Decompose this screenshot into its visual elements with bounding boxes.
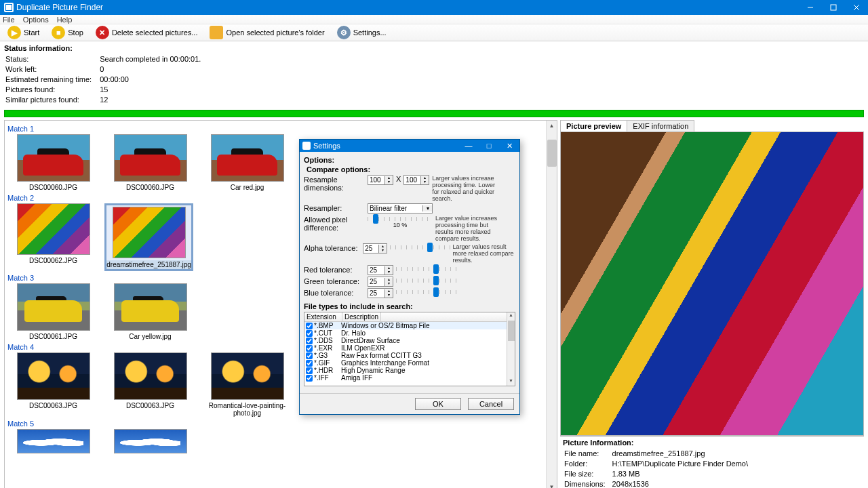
- dialog-icon: [302, 142, 311, 150]
- match-header: Match 1: [7, 125, 543, 133]
- start-button[interactable]: ▶Start: [3, 25, 44, 40]
- dialog-maximize-button[interactable]: □: [479, 142, 499, 150]
- picture-information: Picture Information: File name:dreamstim…: [560, 436, 864, 488]
- maximize-button[interactable]: [822, 0, 845, 15]
- file-type-checkbox[interactable]: [306, 375, 313, 382]
- close-button[interactable]: [845, 0, 868, 15]
- app-icon: [4, 3, 14, 12]
- settings-button[interactable]: ⚙Settings...: [332, 25, 391, 40]
- resample-width-input[interactable]: 100▴▾: [368, 175, 393, 185]
- alpha-slider[interactable]: [390, 245, 450, 249]
- svg-rect-1: [831, 5, 836, 10]
- thumbnail[interactable]: DSC00060.JPG: [104, 134, 196, 191]
- resampler-select[interactable]: Bilinear filter▾: [368, 203, 433, 214]
- file-type-checkbox[interactable]: [306, 330, 313, 337]
- file-type-row[interactable]: *.DDSDirectDraw Surface: [304, 337, 515, 344]
- red-slider[interactable]: [396, 267, 461, 271]
- progress-bar: [4, 110, 864, 117]
- thumbnail[interactable]: Romantical-love-painting-photo.jpg: [201, 352, 293, 417]
- thumbnail[interactable]: DSC00061.JPG: [7, 283, 99, 340]
- gear-icon: ⚙: [337, 26, 351, 39]
- status-header: Status information:: [4, 44, 864, 52]
- preview-image: [560, 132, 864, 436]
- folder-icon: [210, 26, 223, 39]
- tab-exif[interactable]: EXIF information: [627, 120, 694, 131]
- thumbnail[interactable]: DSC00063.JPG: [104, 352, 196, 417]
- chevron-down-icon: ▾: [422, 205, 432, 211]
- thumbnail[interactable]: DSC00060.JPG: [7, 134, 99, 191]
- ok-button[interactable]: OK: [415, 398, 461, 410]
- thumbnail[interactable]: [104, 429, 196, 453]
- file-type-checkbox[interactable]: [306, 338, 313, 344]
- blue-input[interactable]: 25▴▾: [368, 288, 393, 298]
- file-type-checkbox[interactable]: [306, 360, 313, 367]
- stop-button[interactable]: ■Stop: [47, 25, 88, 40]
- play-icon: ▶: [7, 26, 21, 39]
- thumbnail[interactable]: [7, 429, 99, 453]
- red-input[interactable]: 25▴▾: [368, 265, 393, 275]
- preview-panel: Picture preview EXIF information Picture…: [560, 120, 864, 488]
- file-type-checkbox[interactable]: [306, 367, 313, 374]
- scroll-thumb[interactable]: [547, 140, 557, 167]
- menu-options[interactable]: Options: [23, 16, 49, 24]
- file-type-row[interactable]: *.BMPWindows or OS/2 Bitmap File: [304, 322, 515, 329]
- thumbnail[interactable]: DSC00063.JPG: [7, 352, 99, 417]
- alpha-input[interactable]: 25▴▾: [363, 243, 387, 253]
- menu-file[interactable]: File: [3, 16, 15, 24]
- file-types-list[interactable]: ExtensionDescription *.BMPWindows or OS/…: [304, 312, 515, 386]
- dialog-minimize-button[interactable]: —: [458, 142, 479, 150]
- file-type-row[interactable]: *.CUTDr. Halo: [304, 329, 515, 337]
- file-type-checkbox[interactable]: [306, 323, 313, 329]
- thumbnail-selected[interactable]: dreamstimefree_251887.jpg: [104, 203, 193, 271]
- delete-icon: ✕: [96, 26, 109, 39]
- menu-help[interactable]: Help: [57, 16, 73, 24]
- title-bar: Duplicate Picture Finder: [0, 0, 868, 15]
- resample-height-input[interactable]: 100▴▾: [403, 175, 429, 185]
- blue-slider[interactable]: [396, 290, 461, 294]
- file-type-checkbox[interactable]: [306, 345, 313, 352]
- file-type-checkbox[interactable]: [306, 352, 313, 359]
- settings-dialog: Settings — □ ✕ Options: Compare options:…: [299, 139, 520, 415]
- file-type-row[interactable]: *.GIFGraphics Interchange Format: [304, 359, 515, 367]
- scroll-up-icon[interactable]: ▲: [547, 121, 557, 130]
- dialog-close-button[interactable]: ✕: [499, 142, 519, 150]
- scrollbar[interactable]: ▲ ▼: [546, 121, 557, 488]
- open-folder-button[interactable]: Open selected picture's folder: [205, 25, 329, 40]
- thumbnail[interactable]: Car yellow.jpg: [104, 283, 196, 340]
- thumbnail[interactable]: DSC00062.JPG: [7, 203, 99, 271]
- file-type-row[interactable]: *.HDRHigh Dynamic Range: [304, 367, 515, 374]
- file-type-row[interactable]: *.G3Raw Fax format CCITT G3: [304, 352, 515, 359]
- stop-icon: ■: [52, 26, 65, 39]
- cancel-button[interactable]: Cancel: [468, 398, 514, 410]
- status-info: Status information: Status:Search comple…: [0, 41, 868, 108]
- scroll-down-icon[interactable]: ▼: [547, 482, 557, 488]
- tab-picture-preview[interactable]: Picture preview: [560, 120, 627, 131]
- green-input[interactable]: 25▴▾: [368, 277, 393, 287]
- toolbar: ▶Start ■Stop ✕Delete selected pictures..…: [0, 24, 868, 41]
- green-slider[interactable]: [396, 279, 461, 283]
- file-type-row[interactable]: *.IFFAmiga IFF: [304, 374, 515, 382]
- match-header: Match 5: [7, 420, 543, 428]
- pixel-diff-slider[interactable]: [368, 217, 433, 221]
- menu-bar: File Options Help: [0, 15, 868, 24]
- file-type-row[interactable]: *.EXRILM OpenEXR: [304, 344, 515, 352]
- list-scrollbar[interactable]: ▲▼: [507, 312, 515, 386]
- minimize-button[interactable]: [799, 0, 822, 15]
- delete-button[interactable]: ✕Delete selected pictures...: [91, 25, 203, 40]
- dialog-titlebar[interactable]: Settings — □ ✕: [300, 140, 519, 152]
- window-title: Duplicate Picture Finder: [16, 3, 799, 12]
- thumbnail[interactable]: Car red.jpg: [201, 134, 293, 191]
